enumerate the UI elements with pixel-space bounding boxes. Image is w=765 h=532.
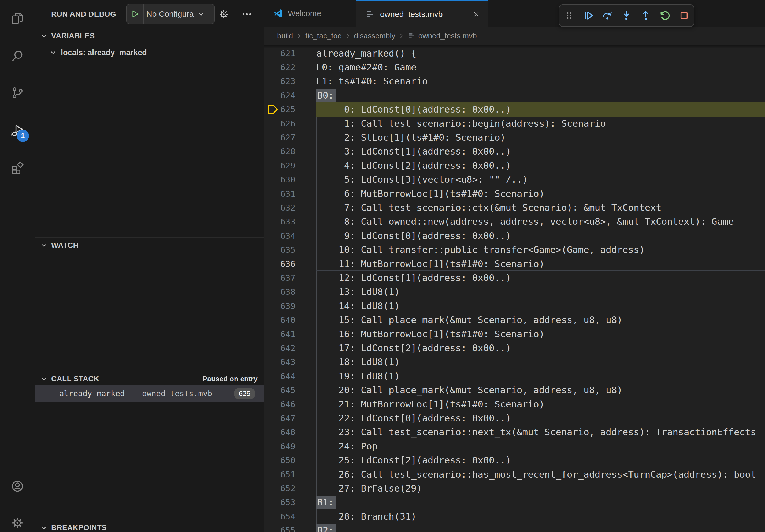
gutter[interactable]: 632 xyxy=(264,200,316,215)
gutter[interactable]: 624 xyxy=(264,88,316,102)
gutter[interactable]: 648 xyxy=(264,425,316,439)
gutter[interactable]: 627 xyxy=(264,130,316,144)
step-into-button[interactable] xyxy=(619,8,634,23)
gutter[interactable]: 652 xyxy=(264,481,316,495)
step-out-button[interactable] xyxy=(638,8,653,23)
code-line-646[interactable]: 646 21: MutBorrowLoc[1](ts#1#0: Scenario… xyxy=(264,397,765,411)
code-line-630[interactable]: 630 5: LdConst[3](vector<u8>: "" /..) xyxy=(264,172,765,187)
gutter[interactable]: 649 xyxy=(264,439,316,453)
gutter[interactable]: 654 xyxy=(264,509,316,523)
gutter[interactable]: 653 xyxy=(264,495,316,509)
gutter[interactable]: 631 xyxy=(264,186,316,201)
gutter[interactable]: 645 xyxy=(264,383,316,397)
restart-button[interactable] xyxy=(657,8,672,23)
code-line-633[interactable]: 633 8: Call owned::new(address, address,… xyxy=(264,215,765,229)
code-line-628[interactable]: 628 3: LdConst[1](address: 0x00..) xyxy=(264,144,765,158)
gutter[interactable]: 622 xyxy=(264,60,316,74)
stop-button[interactable] xyxy=(677,8,692,23)
code-line-651[interactable]: 651 26: Call test_scenario::has_most_rec… xyxy=(264,467,765,481)
current-frame-marker[interactable] xyxy=(264,104,280,115)
code-line-654[interactable]: 654 28: Branch(31) xyxy=(264,509,765,523)
code-line-626[interactable]: 626 1: Call test_scenario::begin(address… xyxy=(264,116,765,131)
gutter[interactable]: 621 xyxy=(264,46,316,60)
gutter[interactable]: 628 xyxy=(264,144,316,158)
code-line-648[interactable]: 648 23: Call test_scenario::next_tx(&mut… xyxy=(264,425,765,439)
sidebar-header: RUN AND DEBUG No Configura xyxy=(35,0,264,28)
code-line-650[interactable]: 650 25: LdConst[2](address: 0x00..) xyxy=(264,453,765,467)
activity-item-run-and-debug[interactable]: 1 xyxy=(0,118,35,143)
gutter[interactable]: 642 xyxy=(264,341,316,355)
gutter[interactable]: 655 xyxy=(264,523,316,532)
gutter[interactable]: 623 xyxy=(264,74,316,89)
gutter[interactable]: 634 xyxy=(264,228,316,243)
code-line-637[interactable]: 637 12: LdConst[1](address: 0x00..) xyxy=(264,271,765,285)
step-over-button[interactable] xyxy=(600,8,615,23)
section-header-breakpoints[interactable]: BREAKPOINTS xyxy=(35,520,264,532)
gutter[interactable]: 636 xyxy=(264,257,316,271)
code-line-645[interactable]: 645 20: Call place_mark(&mut Scenario, a… xyxy=(264,383,765,397)
gutter[interactable]: 635 xyxy=(264,243,316,257)
code-line-627[interactable]: 627 2: StLoc[1](ts#1#0: Scenario) xyxy=(264,130,765,144)
code-line-634[interactable]: 634 9: LdConst[0](address: 0x00..) xyxy=(264,228,765,243)
gutter[interactable]: 641 xyxy=(264,327,316,341)
call-stack-frame-row[interactable]: already_marked owned_tests.mvb 625 xyxy=(35,385,264,402)
code-line-629[interactable]: 629 4: LdConst[2](address: 0x00..) xyxy=(264,158,765,172)
gutter[interactable]: 651 xyxy=(264,467,316,481)
gutter[interactable]: 637 xyxy=(264,271,316,285)
code-line-632[interactable]: 632 7: Call test_scenario::ctx(&mut Scen… xyxy=(264,200,765,215)
debug-config-dropdown[interactable]: No Configura xyxy=(126,4,215,24)
gutter[interactable]: 626 xyxy=(264,116,316,131)
code-line-622[interactable]: 622L0: game#2#0: Game xyxy=(264,60,765,74)
code-line-621[interactable]: 621already_marked() { xyxy=(264,46,765,60)
code-line-644[interactable]: 644 19: LdU8(1) xyxy=(264,369,765,383)
code-line-636[interactable]: 636 11: MutBorrowLoc[1](ts#1#0: Scenario… xyxy=(264,257,765,271)
code-line-624[interactable]: 624B0: xyxy=(264,88,765,102)
continue-button[interactable] xyxy=(581,8,596,23)
code-line-640[interactable]: 640 15: Call place_mark(&mut Scenario, a… xyxy=(264,313,765,327)
code-line-652[interactable]: 652 27: BrFalse(29) xyxy=(264,481,765,495)
code-line-653[interactable]: 653B1: xyxy=(264,495,765,509)
section-header-call-stack[interactable]: CALL STACK Paused on entry xyxy=(35,371,264,387)
gutter[interactable]: 629 xyxy=(264,158,316,172)
code-line-625[interactable]: 625 0: LdConst[0](address: 0x00..) xyxy=(264,102,765,117)
code-line-631[interactable]: 631 6: MutBorrowLoc[1](ts#1#0: Scenario) xyxy=(264,186,765,201)
gutter[interactable]: 625 xyxy=(264,102,316,117)
activity-item-explorer[interactable] xyxy=(0,6,35,31)
code-line-642[interactable]: 642 17: LdConst[2](address: 0x00..) xyxy=(264,341,765,355)
section-header-watch[interactable]: WATCH xyxy=(35,237,264,253)
gutter[interactable]: 650 xyxy=(264,453,316,467)
code-line-643[interactable]: 643 18: LdU8(1) xyxy=(264,355,765,369)
gutter[interactable]: 647 xyxy=(264,411,316,425)
code-line-649[interactable]: 649 24: Pop xyxy=(264,439,765,453)
debug-settings-gear-button[interactable] xyxy=(218,8,230,20)
config-dropdown-label: No Configura xyxy=(146,9,196,19)
code-line-639[interactable]: 639 14: LdU8(1) xyxy=(264,299,765,313)
gutter[interactable]: 646 xyxy=(264,397,316,411)
gutter[interactable]: 633 xyxy=(264,215,316,229)
gutter[interactable]: 639 xyxy=(264,299,316,313)
code-line-655[interactable]: 655B2: xyxy=(264,523,765,532)
activity-item-source-control[interactable] xyxy=(0,80,35,106)
code-line-641[interactable]: 641 16: MutBorrowLoc[1](ts#1#0: Scenario… xyxy=(264,327,765,341)
activity-item-accounts[interactable] xyxy=(0,473,35,499)
variables-scope-locals[interactable]: locals: already_marked xyxy=(35,45,264,60)
activity-item-settings[interactable] xyxy=(0,510,35,532)
more-actions-button[interactable] xyxy=(241,8,253,20)
code-line-638[interactable]: 638 13: LdU8(1) xyxy=(264,285,765,299)
section-title: CALL STACK xyxy=(51,375,99,383)
gutter[interactable]: 643 xyxy=(264,355,316,369)
code-editor[interactable]: 621already_marked() {622L0: game#2#0: Ga… xyxy=(264,0,765,532)
toolbar-drag-handle[interactable] xyxy=(561,8,576,23)
line-number: 651 xyxy=(280,470,296,479)
section-header-variables[interactable]: VARIABLES xyxy=(35,28,264,44)
gutter[interactable]: 644 xyxy=(264,369,316,383)
code-line-647[interactable]: 647 22: LdConst[0](address: 0x00..) xyxy=(264,411,765,425)
code-line-623[interactable]: 623L1: ts#1#0: Scenario xyxy=(264,74,765,89)
activity-item-extensions[interactable] xyxy=(0,154,35,180)
gutter[interactable]: 630 xyxy=(264,172,316,187)
gutter[interactable]: 638 xyxy=(264,285,316,299)
start-debug-button[interactable] xyxy=(127,4,144,24)
code-line-635[interactable]: 635 10: Call transfer::public_transfer<G… xyxy=(264,243,765,257)
gutter[interactable]: 640 xyxy=(264,313,316,327)
activity-item-search[interactable] xyxy=(0,43,35,69)
